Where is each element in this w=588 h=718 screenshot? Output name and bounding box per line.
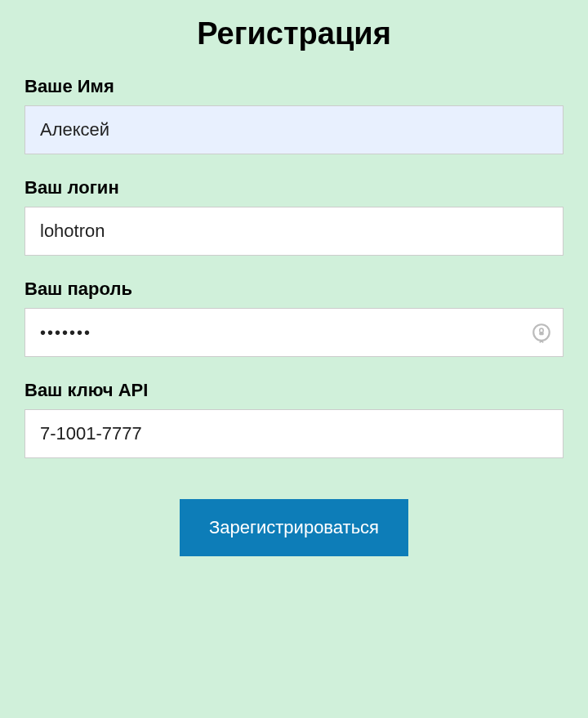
page-title: Регистрация — [24, 16, 564, 51]
name-input[interactable] — [24, 105, 564, 154]
login-group: Ваш логин — [24, 177, 564, 256]
login-label: Ваш логин — [24, 177, 564, 198]
password-wrapper — [24, 308, 564, 357]
register-button[interactable]: Зарегистрироваться — [180, 499, 408, 556]
submit-wrapper: Зарегистрироваться — [24, 499, 564, 556]
name-group: Ваше Имя — [24, 76, 564, 154]
password-label: Ваш пароль — [24, 279, 564, 300]
login-input[interactable] — [24, 207, 564, 256]
password-input[interactable] — [24, 308, 564, 357]
apikey-input[interactable] — [24, 409, 564, 458]
password-group: Ваш пароль — [24, 279, 564, 357]
apikey-group: Ваш ключ API — [24, 380, 564, 458]
name-label: Ваше Имя — [24, 76, 564, 97]
apikey-label: Ваш ключ API — [24, 380, 564, 401]
